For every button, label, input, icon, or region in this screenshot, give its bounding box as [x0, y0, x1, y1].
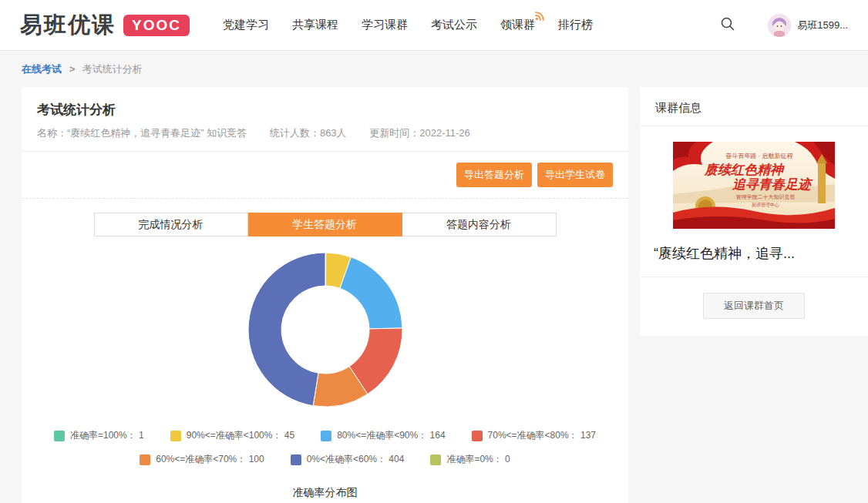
tab-1-active[interactable]: 学生答题分析: [248, 213, 402, 236]
legend-label: 80%<=准确率<90%： 164: [337, 429, 445, 442]
user-avatar[interactable]: [768, 14, 791, 37]
tab-2[interactable]: 答题内容分析: [402, 213, 557, 236]
search-button[interactable]: [717, 13, 738, 37]
legend-label: 90%<=准确率<100%： 45: [187, 429, 294, 442]
page-title: 考试统计分析: [37, 101, 613, 119]
legend-item-6[interactable]: 准确率=0%： 0: [430, 453, 510, 466]
dashed-divider: [22, 198, 628, 199]
nav-item-5[interactable]: 排行榜: [558, 18, 593, 32]
search-icon: [720, 22, 735, 34]
legend-swatch-icon: [140, 454, 150, 465]
nav-item-1[interactable]: 共享课程: [292, 18, 338, 32]
legend-label: 60%<=准确率<70%： 100: [156, 453, 264, 466]
signal-icon: [535, 10, 545, 23]
legend-item-1[interactable]: 90%<=准确率<100%： 45: [170, 429, 294, 442]
nav-item-2[interactable]: 学习课群: [362, 18, 408, 32]
main-nav: 党建学习共享课程学习课群考试公示领课群排行榜: [211, 18, 604, 32]
breadcrumb-separator: >: [69, 63, 76, 75]
legend-item-0[interactable]: 准确率=100%： 1: [54, 429, 144, 442]
course-title: “赓续红色精神，追寻...: [640, 232, 868, 277]
exam-meta: 名称：“赓续红色精神，追寻青春足迹” 知识竞答 统计人数：863人 更新时间：2…: [37, 126, 613, 140]
banner-line1: 赓续红色精神: [704, 163, 785, 177]
course-info-title: 课群信息: [640, 87, 868, 126]
legend-swatch-icon: [430, 454, 441, 465]
export-button-0[interactable]: 导出答题分析: [456, 163, 532, 187]
legend-swatch-icon: [321, 431, 331, 441]
nav-item-4[interactable]: 领课群: [500, 18, 535, 32]
exam-updated: 更新时间：2022-11-26: [369, 127, 470, 139]
legend-item-5[interactable]: 0%<准确率<60%： 404: [291, 453, 405, 466]
donut-slice-5[interactable]: [248, 253, 325, 406]
banner-sub1: 管理学院二十大知识竞答: [736, 194, 796, 200]
breadcrumb: 在线考试 > 考试统计分析: [0, 51, 868, 76]
username[interactable]: 易班1599...: [797, 18, 848, 32]
content: 考试统计分析 名称：“赓续红色精神，追寻青春足迹” 知识竞答 统计人数：863人…: [22, 87, 868, 503]
chart-title: 准确率分布图: [22, 486, 628, 500]
analysis-tabs: 完成情况分析学生答题分析答题内容分析: [22, 213, 628, 236]
banner-sub2: 易班管理中心: [752, 202, 779, 208]
tab-0[interactable]: 完成情况分析: [94, 213, 248, 236]
legend-swatch-icon: [291, 454, 301, 465]
banner-line2: 追寻青春足迹: [732, 177, 813, 192]
legend-row-1: 60%<=准确率<70%： 1000%<准确率<60%： 404准确率=0%： …: [22, 453, 628, 466]
header-right: 易班1599...: [717, 13, 848, 37]
back-to-course-home-button[interactable]: 返回课群首页: [703, 293, 805, 319]
export-button-1[interactable]: 导出学生试卷: [537, 163, 613, 187]
legend-row-0: 准确率=100%： 190%<=准确率<100%： 4580%<=准确率<90%…: [22, 429, 628, 442]
banner-top-slogan: 奋斗百年路 · 启航新征程: [725, 153, 793, 159]
breadcrumb-link-online-exam[interactable]: 在线考试: [22, 63, 62, 75]
divider: [640, 126, 868, 126]
legend-item-4[interactable]: 60%<=准确率<70%： 100: [140, 453, 264, 466]
legend-label: 准确率=100%： 1: [70, 429, 144, 442]
logo-text: 易班优课: [20, 10, 116, 41]
legend-item-2[interactable]: 80%<=准确率<90%： 164: [321, 429, 445, 442]
exam-name: 名称：“赓续红色精神，追寻青春足迹” 知识竞答: [37, 127, 247, 139]
legend-swatch-icon: [54, 431, 65, 441]
logo[interactable]: 易班优课 YOOC: [20, 10, 190, 41]
course-info-card: 课群信息: [640, 87, 868, 336]
chart-legend: 准确率=100%： 190%<=准确率<100%： 4580%<=准确率<90%…: [22, 429, 628, 466]
logo-badge-yooc: YOOC: [123, 15, 190, 36]
top-navbar: 易班优课 YOOC 党建学习共享课程学习课群考试公示领课群排行榜 易班1599.…: [0, 0, 868, 51]
nav-item-0[interactable]: 党建学习: [223, 18, 269, 32]
donut-slice-2[interactable]: [339, 257, 402, 329]
legend-label: 70%<=准确率<80%： 137: [488, 429, 596, 442]
donut-chart: [22, 247, 628, 412]
nav-item-3[interactable]: 考试公示: [431, 18, 477, 32]
exam-count: 统计人数：863人: [270, 127, 347, 139]
legend-label: 准确率=0%： 0: [446, 453, 510, 466]
legend-swatch-icon: [472, 431, 483, 441]
export-buttons-row: 导出答题分析导出学生试卷: [22, 152, 628, 187]
legend-label: 0%<准确率<60%： 404: [307, 453, 405, 466]
exam-stats-card: 考试统计分析 名称：“赓续红色精神，追寻青春足迹” 知识竞答 统计人数：863人…: [22, 87, 628, 503]
breadcrumb-current: 考试统计分析: [82, 63, 143, 75]
legend-swatch-icon: [170, 431, 181, 441]
legend-item-3[interactable]: 70%<=准确率<80%： 137: [472, 429, 596, 442]
course-banner-image[interactable]: 奋斗百年路 · 启航新征程 赓续红色精神 追寻青春足迹 管理学院二十大知识竞答 …: [673, 142, 835, 232]
